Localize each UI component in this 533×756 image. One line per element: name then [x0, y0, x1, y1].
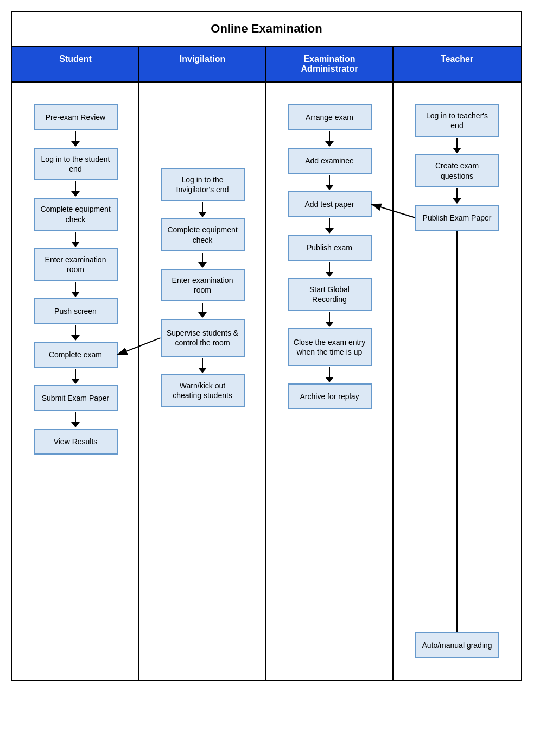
arrow: [71, 181, 80, 197]
box-enter-room-invig: Enter examination room: [161, 269, 245, 301]
box-publish-exam: Publish exam: [288, 235, 372, 261]
col-teacher: Log in to teacher's end Create exam ques…: [394, 83, 521, 680]
box-start-global-recording: Start Global Recording: [288, 278, 372, 311]
col-header-teacher: Teacher: [394, 47, 521, 81]
arrow: [71, 369, 80, 384]
arrow: [325, 175, 334, 190]
box-login-student: Log in to the student end: [34, 148, 118, 180]
box-view-results: View Results: [34, 429, 118, 455]
arrow: [71, 131, 80, 147]
arrow: [71, 232, 80, 247]
diagram-body: Pre-exam Review Log in to the student en…: [12, 83, 521, 680]
arrow: [453, 188, 461, 204]
arrow: [198, 253, 207, 268]
arrow: [453, 138, 461, 153]
box-enter-room-student: Enter examination room: [34, 248, 118, 281]
arrow: [71, 412, 80, 427]
columns-header: Student Invigilation ExaminationAdminist…: [12, 47, 521, 83]
box-close-exam-entry: Close the exam entry when the time is up: [288, 328, 372, 366]
col-invigilation: Log in to the Invigilator's end Complete…: [139, 83, 266, 680]
box-submit-exam-paper: Submit Exam Paper: [34, 385, 118, 411]
box-arrange-exam: Arrange exam: [288, 104, 372, 130]
box-create-exam-questions: Create exam questions: [415, 154, 499, 187]
diagram-container: Online Examination Student Invigilation …: [11, 11, 522, 681]
box-complete-exam: Complete exam: [34, 342, 118, 368]
box-add-test-paper: Add test paper: [288, 191, 372, 217]
col-student: Pre-exam Review Log in to the student en…: [12, 83, 139, 680]
box-archive-replay: Archive for replay: [288, 383, 372, 410]
col-header-invigilation: Invigilation: [139, 47, 266, 81]
arrow: [325, 262, 334, 277]
arrow: [198, 202, 207, 217]
arrow: [71, 282, 80, 297]
box-complete-equip-student: Complete equipment check: [34, 198, 118, 230]
columns-body: Pre-exam Review Log in to the student en…: [12, 83, 521, 680]
box-warn-kick: Warn/kick out cheating students: [161, 374, 245, 407]
box-publish-exam-paper: Publish Exam Paper: [415, 205, 499, 231]
arrow: [198, 303, 207, 318]
arrow: [325, 218, 334, 234]
arrow: [325, 367, 334, 382]
arrow: [325, 312, 334, 327]
arrow: [198, 358, 207, 373]
box-pre-exam-review: Pre-exam Review: [34, 104, 118, 130]
box-add-examinee: Add examinee: [288, 148, 372, 174]
col-header-exam-admin: ExaminationAdministrator: [266, 47, 394, 81]
box-login-invigilator: Log in to the Invigilator's end: [161, 168, 245, 201]
box-supervise-students: Supervise students &control the room: [161, 319, 245, 357]
box-push-screen: Push screen: [34, 298, 118, 324]
col-header-student: Student: [12, 47, 139, 81]
box-auto-manual-grading: Auto/manual grading: [415, 632, 499, 658]
arrow: [71, 325, 80, 341]
box-login-teacher: Log in to teacher's end: [415, 104, 499, 137]
box-complete-equip-invig: Complete equipment check: [161, 218, 245, 251]
diagram-title: Online Examination: [12, 12, 521, 47]
col-exam-admin: Arrange exam Add examinee Add test paper…: [266, 83, 394, 680]
arrow: [325, 131, 334, 147]
